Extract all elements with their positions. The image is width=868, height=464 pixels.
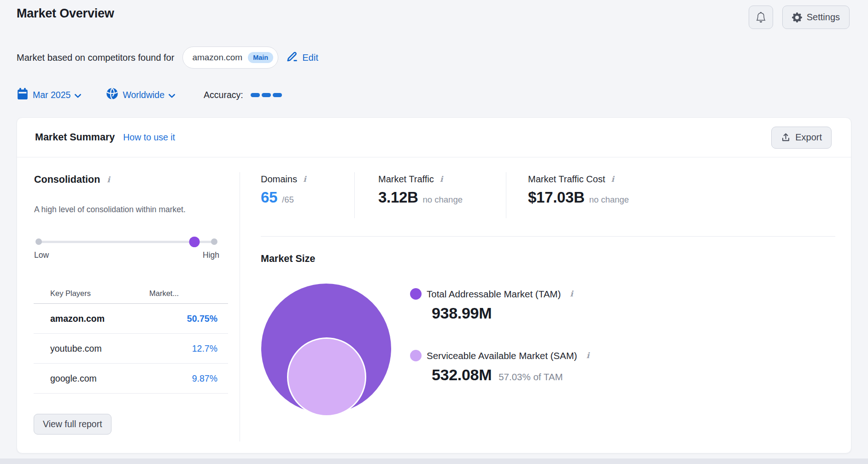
sam-legend-label-row: Serviceable Available Market (SAM) i [410,350,591,361]
date-filter[interactable]: Mar 2025 [17,87,81,103]
slider-high-label: High [203,250,219,260]
market-share-column-header: Market... [149,289,179,298]
calendar-icon [17,87,29,103]
domains-total: /65 [282,195,294,205]
metric-label-row: Market Traffic i [378,174,463,185]
info-icon[interactable]: i [569,289,574,299]
date-filter-label: Mar 2025 [33,90,70,100]
market-size-bubble-chart [261,284,395,419]
tam-legend-label-row: Total Addressable Market (TAM) i [410,288,575,300]
domains-label: Domains [261,174,297,185]
accuracy-indicator: Accuracy: [204,90,282,100]
metric-label-row: Domains i [261,174,307,185]
tam-value-row: 938.99M [432,304,575,322]
tam-legend-item: Total Addressable Market (TAM) i 938.99M [410,288,575,322]
bell-icon [756,12,766,23]
table-row: google.com 9.87% [34,364,228,394]
metric-value-row: 65 /65 [261,189,307,206]
consolidation-slider-labels: Low High [34,250,219,260]
table-row: youtube.com 12.7% [34,334,228,364]
accuracy-dash [273,93,282,97]
key-player-share[interactable]: 12.7% [162,343,217,354]
market-traffic-label: Market Traffic [378,174,434,185]
metric-domains: Domains i 65 /65 [261,174,307,206]
market-basis-text: Market based on competitors found for [17,52,174,63]
metrics-divider [261,236,835,237]
metric-market-traffic-cost: Market Traffic Cost i $17.03B no change [528,174,629,206]
key-player-share[interactable]: 50.75% [162,313,217,324]
card-header: Market Summary How to use it Export [17,118,851,157]
metric-divider [506,172,506,218]
page-bottom-strip [0,458,868,464]
view-full-report-button[interactable]: View full report [34,414,111,435]
info-icon[interactable]: i [439,174,444,184]
key-player-domain: amazon.com [50,313,162,324]
market-summary-card: Market Summary How to use it Export Cons… [17,117,851,453]
column-divider [240,172,240,441]
metric-market-traffic: Market Traffic i 3.12B no change [378,174,463,206]
how-to-use-link[interactable]: How to use it [123,132,175,143]
metric-divider [354,172,355,218]
info-icon[interactable]: i [106,175,111,185]
metric-value-row: $17.03B no change [528,189,629,206]
consolidation-slider-handle [189,237,199,247]
market-traffic-cost-value: $17.03B [528,189,585,206]
export-button-label: Export [795,132,822,143]
slider-high-endpoint [211,238,217,245]
settings-button-label: Settings [807,12,840,23]
tam-label: Total Addressable Market (TAM) [427,289,561,300]
accuracy-level-bars [251,93,282,97]
tam-dot-icon [410,288,422,300]
chevron-down-icon [75,90,81,100]
domains-value: 65 [261,189,277,206]
consolidation-slider [37,238,216,245]
key-player-domain: youtube.com [50,343,162,354]
metric-value-row: 3.12B no change [378,189,463,206]
accuracy-dash [251,93,260,97]
region-filter-label: Worldwide [123,90,164,100]
market-traffic-cost-change: no change [589,195,629,205]
export-icon [781,133,791,142]
slider-low-endpoint [35,238,42,245]
key-players-table-header: Key Players Market... [34,283,228,304]
main-badge: Main [248,52,273,63]
market-basis-row: Market based on competitors found for am… [17,46,318,70]
globe-icon [106,87,118,102]
table-row: amazon.com 50.75% [34,304,228,334]
info-icon[interactable]: i [585,351,591,360]
key-player-domain: google.com [50,373,162,384]
market-traffic-cost-label: Market Traffic Cost [528,174,605,185]
info-icon[interactable]: i [610,174,615,184]
sam-value: 532.08M [432,366,492,384]
market-traffic-change: no change [423,195,463,205]
sam-percent-of-tam: 57.03% of TAM [499,371,563,383]
export-button[interactable]: Export [771,127,832,149]
tam-value: 938.99M [432,304,492,322]
slider-low-label: Low [34,250,49,260]
page-title: Market Overview [17,6,114,21]
consolidation-description: A high level of consolidation within mar… [34,203,191,215]
settings-button[interactable]: Settings [782,6,850,29]
metric-label-row: Market Traffic Cost i [528,174,629,185]
edit-competitors-link[interactable]: Edit [287,51,318,64]
accuracy-dash [262,93,271,97]
header-actions: Settings [749,6,850,29]
sam-value-row: 532.08M 57.03% of TAM [432,366,591,384]
consolidation-title: Consolidation [34,174,100,186]
key-player-share[interactable]: 9.87% [162,373,217,384]
notifications-button[interactable] [749,6,773,29]
market-traffic-value: 3.12B [378,189,418,206]
market-size-title: Market Size [261,253,315,265]
pencil-icon [287,51,298,64]
region-filter[interactable]: Worldwide [106,87,175,102]
seed-domain-pill: amazon.com Main [182,46,278,69]
filters-row: Mar 2025 Worldwide Accuracy: [17,87,282,102]
key-players-table: Key Players Market... amazon.com 50.75% … [34,283,228,394]
sam-label: Serviceable Available Market (SAM) [427,350,577,361]
consolidation-header: Consolidation i [34,174,111,186]
chevron-down-icon [169,90,175,100]
sam-bubble[interactable] [287,337,366,417]
seed-domain: amazon.com [192,52,242,63]
info-icon[interactable]: i [302,174,307,184]
card-title: Market Summary [35,132,115,143]
